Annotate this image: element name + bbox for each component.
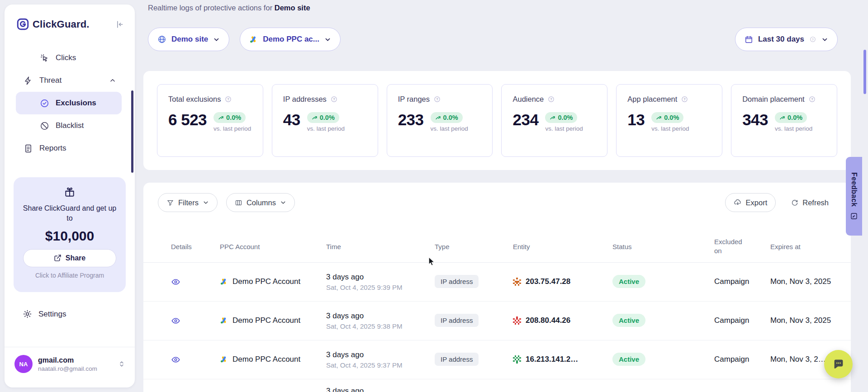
promo-amount: $10,000 (21, 228, 119, 244)
share-button[interactable]: Share (23, 249, 116, 267)
column-header-entity: Entity (513, 243, 612, 250)
chat-bubble-icon (832, 358, 845, 371)
svg-text:?: ? (228, 97, 230, 101)
delta-value: 0.0% (664, 114, 679, 121)
nav-label-reports: Reports (39, 144, 66, 153)
svg-text:?: ? (333, 97, 335, 101)
svg-text:?: ? (812, 38, 814, 41)
column-header-type: Type (435, 243, 513, 250)
stats-summary: Total exclusions ? 6 523 0.0% vs. last p… (143, 71, 851, 170)
up-down-chevrons-icon[interactable] (118, 359, 126, 368)
sidebar-item-reports[interactable]: Reports (16, 137, 122, 160)
ppc-account-selector[interactable]: Demo PPC ac... (240, 28, 341, 51)
help-icon[interactable]: ? (808, 95, 816, 103)
site-selector[interactable]: Demo site (148, 28, 229, 51)
chevron-down-icon (203, 199, 209, 206)
columns-icon (235, 199, 242, 207)
subtitle-text: Realtime logs of protective actions for (148, 4, 272, 12)
date-range-selector[interactable]: Last 30 days ? (735, 28, 838, 51)
table-row-partial: 3 days ago (143, 379, 851, 392)
nav-label-clicks: Clicks (56, 53, 76, 62)
chevron-down-icon (213, 36, 220, 43)
delta-value: 0.0% (558, 114, 573, 121)
stat-value: 343 (742, 112, 768, 128)
app: ClickGuard. Clicks (0, 0, 868, 392)
help-icon[interactable]: ? (681, 95, 688, 103)
identicon (513, 278, 521, 286)
sidebar-item-threat[interactable]: Threat (16, 69, 122, 92)
view-details-eye-icon[interactable] (171, 277, 180, 287)
stat-value: 13 (627, 112, 645, 128)
column-header-ppc-account: PPC Account (220, 243, 326, 250)
stat-value: 43 (283, 112, 300, 128)
collapse-sidebar-icon[interactable] (115, 20, 124, 29)
funnel-icon (166, 199, 174, 207)
feedback-form-icon (850, 212, 858, 220)
column-header-expires-at: Expires at (770, 243, 837, 250)
help-icon[interactable]: ? (433, 95, 441, 103)
stat-caption: vs. last period (651, 125, 689, 132)
user-account[interactable]: NA gmail.com naatali.ro@gmail.com (14, 355, 126, 373)
table-header-row: Details PPC Account Time Type Entity Sta… (143, 237, 851, 263)
cell-time: 3 days ago (326, 379, 435, 392)
column-header-time: Time (326, 243, 435, 250)
delta-value: 0.0% (226, 114, 241, 121)
stat-domain-placement: Domain placement ? 343 0.0% vs. last per… (731, 84, 837, 157)
google-ads-icon (220, 316, 228, 325)
refresh-button[interactable]: Refresh (782, 193, 837, 212)
help-icon[interactable]: ? (330, 95, 338, 103)
filters-button[interactable]: Filters (158, 193, 218, 212)
svg-text:?: ? (811, 97, 813, 101)
stat-ip-ranges: IP ranges ? 233 0.0% vs. last period (387, 84, 493, 157)
export-button[interactable]: Export (725, 193, 776, 212)
delta-value: 0.0% (443, 114, 458, 121)
feedback-tab[interactable]: Feedback (846, 157, 862, 236)
exclusions-log-card: Filters Columns Export (143, 183, 851, 392)
sidebar-nav: Clicks Threat (5, 47, 135, 160)
columns-button-label: Columns (247, 198, 276, 207)
gear-icon (23, 309, 32, 319)
cell-time: 3 days ago Sat, Oct 4, 2025 9:38 PM (326, 312, 435, 330)
table-row: Demo PPC Account 3 days ago Sat, Oct 4, … (143, 340, 851, 379)
cell-excluded-on: Campaign (714, 277, 770, 286)
stat-value: 6 523 (168, 112, 207, 128)
sidebar-item-exclusions[interactable]: Exclusions (16, 92, 122, 114)
trend-up-icon (218, 115, 224, 121)
trend-badge: 0.0% (213, 112, 246, 123)
status-badge: Active (612, 275, 645, 288)
chevron-down-icon (821, 36, 828, 43)
cloud-download-icon (734, 198, 742, 207)
help-icon[interactable]: ? (547, 95, 555, 103)
status-badge: Active (612, 314, 645, 327)
sidebar-item-clicks[interactable]: Clicks (16, 47, 122, 69)
columns-button[interactable]: Columns (226, 193, 295, 212)
date-range-label: Last 30 days (758, 35, 804, 44)
affiliate-promo-card[interactable]: Share ClickGuard and get up to $10,000 S… (14, 177, 126, 292)
sidebar-scrollbar-thumb[interactable] (131, 90, 133, 173)
chevron-down-icon (280, 199, 286, 206)
identicon (513, 316, 521, 325)
external-link-icon (54, 254, 62, 262)
shield-check-icon (39, 99, 49, 108)
sidebar-item-blacklist[interactable]: Blacklist (16, 114, 122, 137)
help-icon[interactable]: ? (224, 95, 232, 103)
affiliate-link[interactable]: Click to Affiliate Program (21, 272, 119, 279)
trend-badge: 0.0% (307, 112, 339, 123)
stat-label: Domain placement (742, 95, 805, 104)
type-badge: IP address (435, 275, 479, 288)
stat-label: App placement (627, 95, 677, 104)
view-details-eye-icon[interactable] (171, 355, 180, 364)
calendar-icon (745, 35, 753, 44)
sidebar-item-settings[interactable]: Settings (23, 309, 66, 319)
trend-up-icon (312, 115, 318, 121)
google-ads-icon (249, 35, 258, 44)
help-icon[interactable]: ? (809, 36, 816, 43)
trend-badge: 0.0% (545, 112, 577, 123)
page-scrollbar-thumb[interactable] (863, 50, 866, 94)
chat-launcher[interactable] (824, 350, 853, 378)
stat-label: Total exclusions (168, 95, 221, 104)
refresh-button-label: Refresh (802, 198, 829, 207)
status-badge: Active (612, 353, 645, 366)
view-details-eye-icon[interactable] (171, 316, 180, 326)
clickguard-logo-icon (17, 18, 29, 30)
